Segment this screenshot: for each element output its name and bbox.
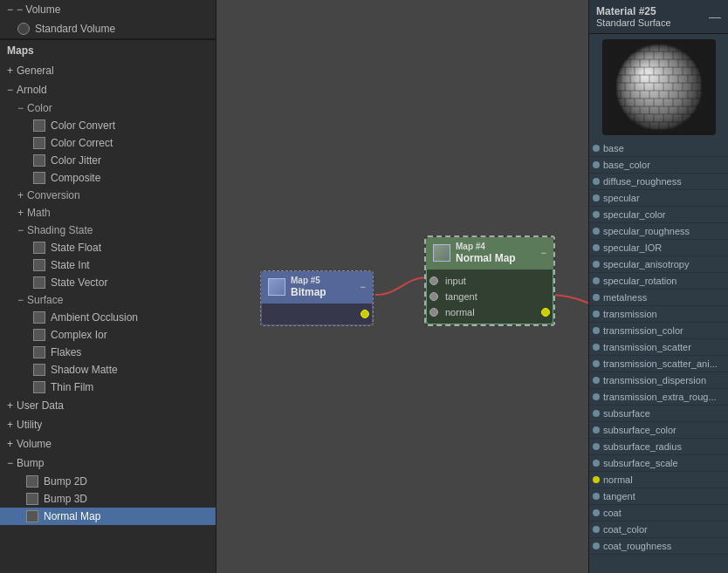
sidebar-item-shadow-matte[interactable]: Shadow Matte [7,361,216,379]
prop-row-diffuse-roughness[interactable]: diffuse_roughness [589,174,728,190]
prop-row-base[interactable]: base [589,140,728,157]
prop-row-specular-color[interactable]: specular_color [589,207,728,223]
prop-dot-transmission [593,310,600,317]
state-float-icon [33,242,45,254]
prop-row-tangent[interactable]: tangent [589,488,728,505]
normal-map-icon [26,510,38,522]
prop-label-transmission-dispersion: transmission_dispersion [603,375,706,385]
prop-label-specular-IOR: specular_IOR [603,242,662,253]
prop-row-transmission-color[interactable]: transmission_color [589,323,728,339]
sidebar-item-shading-state[interactable]: Shading State [7,222,216,239]
volume-header[interactable]: − − Volume [0,0,216,19]
sidebar-item-conversion[interactable]: Conversion [7,187,216,204]
normalmap-node-num: Map #4 [456,241,536,252]
prop-row-subsurface-color[interactable]: subsurface_color [589,422,728,439]
prop-row-specular-anisotropy[interactable]: specular_anisotropy [589,256,728,273]
prop-label-specular-roughness: specular_roughness [603,226,690,236]
prop-row-subsurface-scale[interactable]: subsurface_scale [589,455,728,472]
prop-row-transmission-extra-roug---[interactable]: transmission_extra_roug... [589,389,728,406]
sidebar-item-bump-2d[interactable]: Bump 2D [0,473,216,490]
material-close-button[interactable]: — [709,10,721,24]
normalmap-node-body: input tangent normal [426,269,553,324]
sidebar-item-normal-map[interactable]: Normal Map [0,508,216,525]
volume-section: − − Volume Standard Volume [0,0,216,39]
sidebar-item-thin-film[interactable]: Thin Film [7,379,216,396]
prop-row-coat[interactable]: coat [589,505,728,522]
node-bitmap[interactable]: Map #5 Bitmap − [260,270,374,326]
prop-row-specular-roughness[interactable]: specular_roughness [589,223,728,240]
shadow-matte-label: Shadow Matte [51,364,118,376]
material-sphere-canvas [602,39,716,135]
prop-dot-subsurface-color [593,426,600,433]
sidebar-item-state-vector[interactable]: State Vector [7,274,216,291]
normalmap-input-dot [429,276,438,285]
prop-row-base-color[interactable]: base_color [589,157,728,174]
prop-dot-specular-color [593,211,600,218]
normalmap-node-close[interactable]: − [541,248,546,258]
sidebar-item-color-jitter[interactable]: Color Jitter [7,152,216,169]
sidebar-item-composite[interactable]: Composite [7,169,216,187]
canvas-area[interactable]: Map #5 Bitmap − Map #4 Normal Map − inpu [216,0,588,573]
prop-row-specular-IOR[interactable]: specular_IOR [589,240,728,256]
prop-label-subsurface-radius: subsurface_radius [603,441,682,452]
sidebar-item-utility[interactable]: Utility [0,415,216,434]
prop-dot-normal [593,476,600,483]
sidebar-item-state-int[interactable]: State Int [7,256,216,274]
bitmap-node-body [261,304,373,325]
sidebar-item-flakes[interactable]: Flakes [7,344,216,361]
prop-row-coat-color[interactable]: coat_color [589,522,728,538]
material-properties: basebase_colordiffuse_roughnessspeculars… [589,140,728,573]
prop-dot-specular-rotation [593,277,600,284]
prop-row-specular[interactable]: specular [589,190,728,207]
bitmap-node-close[interactable]: − [361,282,366,292]
sidebar-item-general[interactable]: General [0,61,216,80]
sidebar-item-volume2[interactable]: Volume [0,434,216,454]
state-vector-label: State Vector [51,276,107,289]
prop-label-specular-color: specular_color [603,209,666,220]
sidebar-item-state-float[interactable]: State Float [7,239,216,256]
prop-row-subsurface-radius[interactable]: subsurface_radius [589,439,728,455]
color-items: Color Convert Color Correct Color Jitter… [7,117,216,187]
sidebar-item-ambient-occlusion[interactable]: Ambient Occlusion [7,309,216,326]
prop-dot-subsurface [593,410,600,417]
sidebar-item-bump[interactable]: Bump [0,454,216,473]
prop-label-transmission-scatter-ani---: transmission_scatter_ani... [603,358,718,369]
state-int-icon [33,259,45,271]
node-normalmap[interactable]: Map #4 Normal Map − input tangent normal [424,235,555,326]
sidebar-item-color-convert[interactable]: Color Convert [7,117,216,134]
sidebar-item-surface[interactable]: Surface [7,291,216,309]
normalmap-tangent-port: tangent [427,289,553,304]
sidebar-item-color-correct[interactable]: Color Correct [7,134,216,152]
volume-item[interactable]: Standard Volume [0,19,216,38]
sidebar-item-arnold[interactable]: Arnold [0,80,216,99]
bump-2d-icon [26,475,38,488]
prop-row-metalness[interactable]: metalness [589,290,728,306]
sidebar-item-bump-3d[interactable]: Bump 3D [0,490,216,508]
prop-row-transmission-scatter[interactable]: transmission_scatter [589,339,728,356]
normalmap-tangent-dot [429,292,438,301]
sidebar-item-math[interactable]: Math [7,204,216,222]
prop-row-specular-rotation[interactable]: specular_rotation [589,273,728,290]
sidebar-item-complex-ior[interactable]: Complex Ior [7,326,216,344]
prop-row-transmission-dispersion[interactable]: transmission_dispersion [589,372,728,389]
composite-icon [33,172,45,184]
sidebar-item-user-data[interactable]: User Data [0,396,216,415]
shading-state-label: Shading State [27,224,93,236]
prop-dot-diffuse-roughness [593,178,600,185]
bump-3d-label: Bump 3D [44,493,87,505]
normalmap-node-title: Map #4 Normal Map [456,241,536,266]
arnold-subsection: Color Color Convert Color Correct Color … [0,99,216,396]
thin-film-icon [33,381,45,393]
normalmap-normal-port: normal [427,304,553,320]
bitmap-node-icon [268,278,285,296]
prop-row-normal[interactable]: normal [589,472,728,488]
prop-row-transmission-scatter-ani---[interactable]: transmission_scatter_ani... [589,356,728,372]
material-preview [602,39,716,135]
sidebar-item-color[interactable]: Color [7,99,216,117]
state-float-label: State Float [51,242,101,254]
prop-dot-transmission-color [593,327,600,334]
prop-label-transmission: transmission [603,309,657,319]
prop-row-subsurface[interactable]: subsurface [589,406,728,422]
prop-row-coat-roughness[interactable]: coat_roughness [589,538,728,555]
prop-row-transmission[interactable]: transmission [589,306,728,323]
